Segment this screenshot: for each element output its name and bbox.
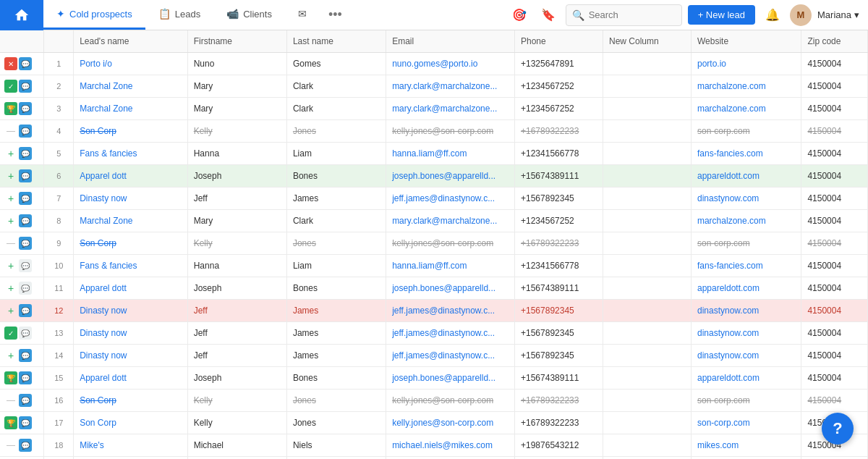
row-email[interactable]: mary.clark@marchalzone...: [386, 98, 515, 120]
header-zip[interactable]: Zip code: [801, 30, 868, 53]
row-lead-name[interactable]: Apparel dott: [74, 165, 188, 188]
row-lead-name[interactable]: Apparel dott: [74, 367, 188, 389]
trophy-icon[interactable]: 🏆: [4, 416, 17, 429]
status-icon-green[interactable]: ✓: [4, 80, 17, 93]
row-email[interactable]: joseph.bones@apparelld...: [386, 277, 515, 300]
row-lead-name[interactable]: Son Corp: [74, 120, 188, 143]
header-lastname[interactable]: Last name: [286, 30, 386, 53]
chat-icon[interactable]: 💬: [19, 57, 32, 70]
row-email[interactable]: kelly.jones@son-corp.com: [386, 389, 515, 412]
plus-icon[interactable]: +: [4, 305, 17, 316]
row-lead-name[interactable]: Marchal Zone: [74, 457, 188, 460]
target-icon-button[interactable]: 🎯: [508, 4, 531, 27]
tab-leads[interactable]: 📋 Leads: [145, 0, 213, 30]
chat-icon[interactable]: 💬: [19, 439, 32, 452]
row-website[interactable]: fans-fancies.com: [691, 143, 801, 165]
dash-icon[interactable]: —: [4, 238, 17, 248]
row-lead-name[interactable]: Dinasty now: [74, 345, 188, 367]
row-lead-name[interactable]: Mike's: [74, 434, 188, 457]
dash-icon[interactable]: —: [4, 126, 17, 136]
row-website[interactable]: dinastynow.com: [691, 188, 801, 210]
row-lead-name[interactable]: Dinasty now: [74, 322, 188, 345]
row-website[interactable]: dinastynow.com: [691, 345, 801, 367]
row-website[interactable]: marchalzone.com: [691, 98, 801, 120]
chat-icon[interactable]: 💬: [19, 327, 32, 340]
bell-icon-button[interactable]: 🔔: [761, 4, 784, 27]
header-firstname[interactable]: Firstname: [187, 30, 286, 53]
row-website[interactable]: son-corp.com: [691, 120, 801, 143]
row-website[interactable]: son-corp.com: [691, 232, 801, 255]
row-website[interactable]: marchalzone.com: [691, 75, 801, 98]
row-website[interactable]: son-corp.com: [691, 412, 801, 434]
plus-icon[interactable]: +: [4, 148, 17, 159]
chat-icon[interactable]: 💬: [19, 304, 32, 317]
row-lead-name[interactable]: Fans & fancies: [74, 143, 188, 165]
row-lead-name[interactable]: Son Corp: [74, 412, 188, 434]
header-new-column[interactable]: New Column: [603, 30, 691, 53]
row-email[interactable]: kelly.jones@son-corp.com: [386, 120, 515, 143]
help-button[interactable]: ?: [822, 413, 854, 445]
status-icon-red[interactable]: ✕: [4, 57, 17, 70]
row-lead-name[interactable]: Marchal Zone: [74, 98, 188, 120]
row-website[interactable]: mikes.com: [691, 434, 801, 457]
row-email[interactable]: michael.niels@mikes.com: [386, 434, 515, 457]
row-lead-name[interactable]: Porto i/o: [74, 53, 188, 75]
nav-more-button[interactable]: •••: [320, 0, 351, 30]
row-email[interactable]: mary.clark@marchalzone...: [386, 210, 515, 232]
row-website[interactable]: dinastynow.com: [691, 322, 801, 345]
dash-icon[interactable]: —: [4, 395, 17, 405]
row-email[interactable]: mary.clark@marchalzone...: [386, 457, 515, 460]
row-email[interactable]: jeff.james@dinastynow.c...: [386, 300, 515, 322]
row-email[interactable]: kelly.jones@son-corp.com: [386, 412, 515, 434]
header-email[interactable]: Email: [386, 30, 515, 53]
row-website[interactable]: porto.io: [691, 53, 801, 75]
row-website[interactable]: appareldott.com: [691, 165, 801, 188]
trophy-icon[interactable]: 🏆: [4, 371, 17, 384]
row-lead-name[interactable]: Dinasty now: [74, 300, 188, 322]
row-email[interactable]: hanna.liam@ff.com: [386, 255, 515, 277]
plus-icon[interactable]: +: [4, 215, 17, 227]
row-email[interactable]: joseph.bones@apparelld...: [386, 165, 515, 188]
dash-icon[interactable]: —: [4, 440, 17, 450]
trophy-icon[interactable]: 🏆: [4, 102, 17, 115]
chat-icon[interactable]: 💬: [19, 125, 32, 138]
row-website[interactable]: marchalzone.com: [691, 210, 801, 232]
row-email[interactable]: joseph.bones@apparelld...: [386, 367, 515, 389]
chat-icon[interactable]: 💬: [19, 80, 32, 93]
bookmark-icon-button[interactable]: 🔖: [537, 4, 560, 27]
row-website[interactable]: appareldott.com: [691, 277, 801, 300]
chat-icon[interactable]: 💬: [19, 214, 32, 227]
row-email[interactable]: jeff.james@dinastynow.c...: [386, 188, 515, 210]
row-website[interactable]: fans-fancies.com: [691, 255, 801, 277]
row-lead-name[interactable]: Dinasty now: [74, 188, 188, 210]
chat-icon[interactable]: 💬: [19, 237, 32, 250]
chat-icon[interactable]: 💬: [19, 259, 32, 272]
header-website[interactable]: Website: [691, 30, 801, 53]
plus-icon[interactable]: +: [4, 170, 17, 182]
row-website[interactable]: appareldott.com: [691, 367, 801, 389]
plus-icon[interactable]: +: [4, 260, 17, 271]
status-icon-green[interactable]: ✓: [4, 327, 17, 340]
plus-icon[interactable]: +: [4, 193, 17, 204]
chat-icon[interactable]: 💬: [19, 394, 32, 407]
row-email[interactable]: nuno.gomes@porto.io: [386, 53, 515, 75]
row-lead-name[interactable]: Son Corp: [74, 232, 188, 255]
row-email[interactable]: jeff.james@dinastynow.c...: [386, 345, 515, 367]
chat-icon[interactable]: 💬: [19, 416, 32, 429]
row-lead-name[interactable]: Son Corp: [74, 389, 188, 412]
chat-icon[interactable]: 💬: [19, 371, 32, 384]
plus-icon[interactable]: +: [4, 350, 17, 361]
tab-clients[interactable]: 📹 Clients: [213, 0, 285, 30]
chat-icon[interactable]: 💬: [19, 349, 32, 362]
chat-icon[interactable]: 💬: [19, 147, 32, 160]
chat-icon[interactable]: 💬: [19, 282, 32, 295]
row-email[interactable]: hanna.liam@ff.com: [386, 143, 515, 165]
row-website[interactable]: marchalzone.com: [691, 457, 801, 460]
tab-cold-prospects[interactable]: ✦ Cold prospects: [43, 0, 145, 30]
row-lead-name[interactable]: Fans & fancies: [74, 255, 188, 277]
row-lead-name[interactable]: Apparel dott: [74, 277, 188, 300]
row-lead-name[interactable]: Marchal Zone: [74, 210, 188, 232]
row-lead-name[interactable]: Marchal Zone: [74, 75, 188, 98]
chat-icon[interactable]: 💬: [19, 169, 32, 182]
plus-icon[interactable]: +: [4, 282, 17, 294]
